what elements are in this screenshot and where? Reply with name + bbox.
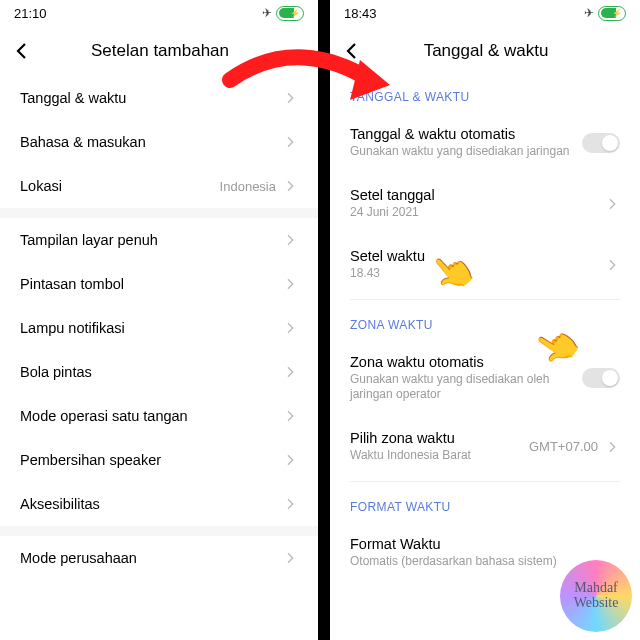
chevron-right-icon (282, 550, 298, 566)
chevron-right-icon (282, 496, 298, 512)
status-time: 21:10 (14, 6, 47, 21)
chevron-right-icon (604, 257, 620, 273)
airplane-icon: ✈ (262, 6, 272, 20)
row-set-date[interactable]: Setel tanggal 24 Juni 2021 (330, 173, 640, 234)
row-language-input[interactable]: Bahasa & masukan (0, 120, 318, 164)
auto-timezone-toggle[interactable] (582, 368, 620, 388)
watermark-logo: Mahdaf Website (560, 560, 632, 632)
row-auto-timezone[interactable]: Zona waktu otomatis Gunakan waktu yang d… (330, 340, 640, 416)
row-date-time[interactable]: Tanggal & waktu (0, 76, 318, 120)
row-set-time[interactable]: Setel waktu 18.43 (330, 234, 640, 295)
chevron-right-icon (282, 178, 298, 194)
status-bar: 18:43 ✈ ⚡ (330, 0, 640, 26)
back-icon[interactable] (10, 39, 34, 63)
row-onehanded-mode[interactable]: Mode operasi satu tangan (0, 394, 318, 438)
location-value: Indonesia (220, 179, 276, 194)
section-head-timezone: ZONA WAKTU (330, 304, 640, 340)
row-accessibility[interactable]: Aksesibilitas (0, 482, 318, 526)
row-fullscreen-display[interactable]: Tampilan layar penuh (0, 218, 318, 262)
timezone-value: GMT+07.00 (529, 439, 598, 454)
settings-additional-screen: 21:10 ✈ ⚡ Setelan tambahan Tanggal & wak… (0, 0, 318, 640)
auto-date-time-toggle[interactable] (582, 133, 620, 153)
row-speaker-cleaner[interactable]: Pembersihan speaker (0, 438, 318, 482)
status-time: 18:43 (344, 6, 377, 21)
chevron-right-icon (282, 90, 298, 106)
section-head-date-time: TANGGAL & WAKTU (330, 76, 640, 112)
section-head-time-format: FORMAT WAKTU (330, 486, 640, 522)
battery-icon: ⚡ (276, 6, 304, 21)
airplane-icon: ✈ (584, 6, 594, 20)
page-title: Setelan tambahan (40, 41, 280, 61)
row-select-timezone[interactable]: Pilih zona waktu Waktu Indonesia Barat G… (330, 416, 640, 477)
chevron-right-icon (282, 452, 298, 468)
row-location[interactable]: Lokasi Indonesia (0, 164, 318, 208)
row-enterprise-mode[interactable]: Mode perusahaan (0, 536, 318, 580)
chevron-right-icon (282, 134, 298, 150)
status-bar: 21:10 ✈ ⚡ (0, 0, 318, 26)
chevron-right-icon (604, 196, 620, 212)
chevron-right-icon (282, 408, 298, 424)
row-button-shortcut[interactable]: Pintasan tombol (0, 262, 318, 306)
battery-icon: ⚡ (598, 6, 626, 21)
chevron-right-icon (282, 276, 298, 292)
chevron-right-icon (282, 232, 298, 248)
row-quickball[interactable]: Bola pintas (0, 350, 318, 394)
chevron-right-icon (282, 320, 298, 336)
row-notification-light[interactable]: Lampu notifikasi (0, 306, 318, 350)
back-icon[interactable] (340, 39, 364, 63)
chevron-right-icon (604, 439, 620, 455)
row-auto-date-time[interactable]: Tanggal & waktu otomatis Gunakan waktu y… (330, 112, 640, 173)
page-title: Tanggal & waktu (370, 41, 602, 61)
chevron-right-icon (282, 364, 298, 380)
date-time-settings-screen: 18:43 ✈ ⚡ Tanggal & waktu TANGGAL & WAKT… (330, 0, 640, 640)
